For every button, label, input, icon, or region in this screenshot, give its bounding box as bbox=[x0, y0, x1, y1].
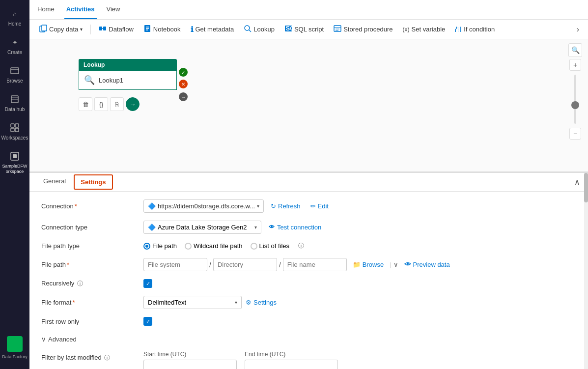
scrollbar-thumb bbox=[584, 173, 588, 202]
format-settings-link[interactable]: ⚙ Settings bbox=[246, 299, 277, 306]
sidebar-item-sampleDFW-label: SampleDFW orkspace bbox=[2, 164, 28, 174]
connection-type-controls: 🔷 Azure Data Lake Storage Gen2 ▾ Test co… bbox=[143, 221, 576, 234]
main-content: Home Activities View Copy data ▾ Dataflo… bbox=[29, 0, 588, 369]
sidebar-item-datahub[interactable]: Data hub bbox=[0, 89, 29, 116]
node-code-btn[interactable]: {} bbox=[94, 97, 108, 111]
sidebar-item-sampleDFW[interactable]: SampleDFW orkspace bbox=[0, 146, 29, 178]
svg-point-28 bbox=[271, 226, 273, 227]
file-name-input[interactable] bbox=[283, 258, 347, 271]
dataflow-icon bbox=[99, 25, 107, 34]
start-time-input[interactable] bbox=[143, 360, 237, 369]
radio-wildcard-label: Wildcard file path bbox=[194, 242, 243, 250]
svg-rect-9 bbox=[13, 154, 17, 158]
node-lookup-icon: 🔍 bbox=[84, 75, 95, 85]
sidebar-item-datahub-label: Data hub bbox=[5, 107, 25, 112]
lookup-label: Lookup bbox=[253, 26, 275, 33]
canvas-search-btn[interactable]: 🔍 bbox=[568, 43, 582, 57]
recursively-controls: ✓ bbox=[143, 279, 576, 288]
node-delete-btn[interactable]: 🗑 bbox=[79, 97, 92, 111]
file-path-label: File path* bbox=[41, 261, 140, 268]
advanced-section[interactable]: ∨ Advanced bbox=[41, 334, 576, 345]
first-row-only-checkbox[interactable]: ✓ bbox=[143, 317, 152, 326]
browse-icon: 📁 bbox=[353, 261, 361, 268]
connection-controls: 🔷 https://didem0storage.dfs.core.w... ▾ … bbox=[143, 199, 576, 213]
sidebar-item-browse-label: Browse bbox=[6, 78, 23, 84]
copy-data-button[interactable]: Copy data ▾ bbox=[35, 23, 86, 36]
test-connection-button[interactable]: Test connection bbox=[265, 221, 324, 233]
svg-rect-6 bbox=[11, 128, 14, 132]
connection-row: Connection* 🔷 https://didem0storage.dfs.… bbox=[41, 199, 576, 213]
browse-dropdown-btn[interactable]: ∨ bbox=[393, 261, 398, 268]
file-format-dropdown[interactable]: DelimitedText ▾ bbox=[143, 296, 242, 309]
connection-dropdown[interactable]: 🔷 https://didem0storage.dfs.core.w... ▾ bbox=[143, 199, 264, 213]
set-variable-icon: (x) bbox=[403, 26, 410, 33]
connection-dropdown-arrow: ▾ bbox=[257, 203, 259, 209]
lookup-button[interactable]: Lookup bbox=[240, 23, 279, 36]
panel-collapse-btn[interactable]: ∧ bbox=[574, 177, 580, 187]
svg-rect-5 bbox=[15, 124, 19, 127]
radio-file-path[interactable]: File path bbox=[143, 242, 177, 250]
set-variable-label: Set variable bbox=[412, 26, 446, 33]
stored-procedure-button[interactable]: Stored procedure bbox=[330, 23, 396, 36]
get-metadata-icon: ℹ bbox=[191, 25, 194, 34]
browse-button[interactable]: 📁 Browse bbox=[349, 258, 388, 271]
sidebar-item-workspaces-label: Workspaces bbox=[1, 135, 28, 141]
tab-activities[interactable]: Activities bbox=[64, 0, 97, 19]
end-time-group: End time (UTC) bbox=[245, 351, 338, 369]
node-run-btn[interactable]: → bbox=[126, 97, 140, 111]
connection-value: https://didem0storage.dfs.core.w... bbox=[158, 202, 255, 210]
start-time-group: Start time (UTC) bbox=[143, 351, 237, 369]
node-copy-btn[interactable]: ⎘ bbox=[110, 97, 124, 111]
right-scrollbar[interactable] bbox=[584, 173, 588, 369]
data-factory-icon bbox=[7, 336, 23, 352]
sidebar-item-create[interactable]: ✦ Create bbox=[0, 32, 29, 59]
pipeline-canvas[interactable]: Lookup 🔍 Lookup1 ✓ ✕ → 🗑 {} ⎘ → 🔍 + bbox=[29, 39, 588, 172]
data-factory-item[interactable]: Data Factory bbox=[0, 332, 29, 363]
get-metadata-button[interactable]: ℹ Get metadata bbox=[187, 23, 238, 36]
notebook-icon bbox=[143, 25, 151, 34]
settings-content: Connection* 🔷 https://didem0storage.dfs.… bbox=[29, 192, 588, 369]
toolbar-more-button[interactable]: › bbox=[574, 23, 582, 36]
if-condition-label: If condition bbox=[464, 26, 495, 33]
lookup-node[interactable]: Lookup 🔍 Lookup1 bbox=[79, 59, 177, 90]
tab-general[interactable]: General bbox=[37, 174, 72, 190]
lookup-icon bbox=[244, 25, 252, 34]
node-name: Lookup1 bbox=[99, 77, 123, 84]
sidebar-item-workspaces[interactable]: Workspaces bbox=[0, 118, 29, 144]
start-time-label: Start time (UTC) bbox=[143, 351, 237, 358]
connection-label: Connection* bbox=[41, 202, 140, 210]
zoom-in-btn[interactable]: + bbox=[569, 59, 581, 71]
path-sep-1: / bbox=[209, 261, 211, 269]
dataflow-button[interactable]: Dataflow bbox=[95, 23, 138, 36]
toolbar: Copy data ▾ Dataflow Notebook ℹ Get meta… bbox=[29, 20, 588, 39]
stored-procedure-label: Stored procedure bbox=[343, 26, 392, 33]
copy-data-icon bbox=[39, 25, 47, 34]
notebook-button[interactable]: Notebook bbox=[140, 23, 185, 36]
recursively-checkbox[interactable]: ✓ bbox=[143, 279, 152, 288]
refresh-button[interactable]: ↻ Refresh bbox=[268, 200, 304, 212]
set-variable-button[interactable]: (x) Set variable bbox=[399, 24, 449, 35]
adls-value: Azure Data Lake Storage Gen2 bbox=[158, 224, 247, 231]
radio-list-of-files[interactable]: List of files bbox=[251, 242, 289, 250]
zoom-slider[interactable] bbox=[574, 75, 576, 124]
sidebar-item-browse[interactable]: Browse bbox=[0, 61, 29, 87]
tab-settings[interactable]: Settings bbox=[74, 174, 112, 190]
if-condition-button[interactable]: ⛙ If condition bbox=[451, 24, 499, 35]
end-time-input[interactable] bbox=[245, 360, 338, 369]
sql-script-button[interactable]: SQL SQL script bbox=[280, 23, 328, 36]
sidebar-item-home-label: Home bbox=[8, 21, 22, 27]
radio-wildcard[interactable]: Wildcard file path bbox=[185, 242, 243, 250]
edit-button[interactable]: ✏ Edit bbox=[308, 200, 332, 212]
sidebar: ⌂ Home ✦ Create Browse Data hub Workspac… bbox=[0, 0, 29, 369]
first-row-only-controls: ✓ bbox=[143, 317, 576, 326]
tab-view[interactable]: View bbox=[105, 0, 122, 19]
tab-home[interactable]: Home bbox=[35, 0, 56, 19]
sidebar-item-home[interactable]: ⌂ Home bbox=[0, 4, 29, 30]
node-actions: 🗑 {} ⎘ → bbox=[79, 97, 140, 111]
directory-input[interactable] bbox=[213, 258, 277, 271]
sql-script-label: SQL script bbox=[294, 26, 324, 33]
zoom-out-btn[interactable]: − bbox=[569, 128, 581, 140]
file-system-input[interactable] bbox=[143, 258, 207, 271]
adls-dropdown[interactable]: 🔷 Azure Data Lake Storage Gen2 ▾ bbox=[143, 221, 261, 234]
preview-data-button[interactable]: Preview data bbox=[400, 258, 454, 271]
